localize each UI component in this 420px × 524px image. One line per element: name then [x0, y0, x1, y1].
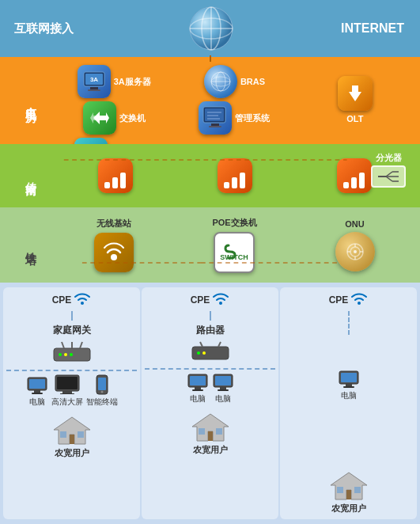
phone-label: 智能终端: [86, 397, 118, 408]
tv-1: 高清大屏: [51, 374, 83, 408]
home-user-label-3: 农宽用户: [331, 503, 366, 515]
gateway-icon: [52, 340, 92, 366]
svg-rect-79: [192, 389, 203, 391]
svg-rect-83: [218, 389, 229, 391]
h-connector-2: [145, 368, 275, 370]
svg-point-54: [70, 353, 73, 356]
cpe-wifi-icon-2: [212, 292, 229, 308]
svg-rect-8: [90, 87, 98, 89]
cpe-row-2: CPE: [191, 292, 230, 308]
olt-icon: [338, 76, 373, 111]
svg-rect-20: [209, 126, 221, 127]
internet-layer: 互联网接入: [0, 0, 420, 57]
onu-item: ONU: [335, 219, 375, 271]
computer-1: 电脑: [26, 376, 48, 408]
svg-rect-60: [57, 377, 78, 389]
device-row-1: 电脑 高清大屏: [26, 374, 118, 408]
svg-rect-87: [216, 428, 222, 435]
svg-rect-62: [60, 393, 74, 394]
tower-content: 无线基站 POE交换机 SWITCH: [55, 212, 414, 278]
router-label: 路由器: [196, 324, 225, 337]
broadcast-grid: 3A 3A服务器 BRAS: [55, 62, 414, 139]
3a-server-cell: 3A 3A服务器: [55, 65, 172, 98]
onu-icon: [335, 232, 375, 271]
svg-point-36: [111, 254, 117, 260]
cpe-row-1: CPE: [52, 292, 92, 308]
gateway-label: 家庭网关: [53, 324, 91, 337]
home-user-label-1: 农宽用户: [55, 447, 89, 459]
svg-rect-77: [190, 376, 206, 385]
switch-green-label: 交换机: [119, 112, 146, 124]
mgmt-icon: [199, 101, 232, 135]
computer-2a: 电脑: [187, 373, 209, 404]
cpe-label-2: CPE: [191, 294, 210, 306]
svg-point-40: [354, 250, 357, 253]
home-user-label-2: 农宽用户: [193, 444, 228, 456]
olt-label: OLT: [346, 114, 363, 123]
svg-text:3A: 3A: [90, 76, 98, 83]
computer-3: 电脑: [338, 370, 360, 401]
svg-rect-96: [354, 487, 361, 493]
onu-label: ONU: [345, 219, 364, 229]
computer-2b: 电脑: [212, 373, 234, 404]
device-row-2: 电脑 电脑: [187, 373, 234, 404]
cpe-wifi-icon-3: [350, 292, 368, 308]
poe-switch-icon: SWITCH: [214, 232, 255, 273]
home-col-1: CPE 家庭网关: [3, 287, 140, 519]
svg-line-29: [386, 172, 392, 177]
svg-rect-92: [343, 386, 354, 388]
svg-rect-94: [346, 490, 351, 499]
svg-point-74: [197, 351, 200, 355]
svg-rect-82: [220, 387, 226, 389]
bras-cell: BRAS: [176, 65, 293, 98]
poe-switch-item: POE交换机 SWITCH: [212, 217, 256, 273]
house-area-2: 农宽用户: [191, 411, 230, 456]
svg-point-53: [64, 353, 67, 356]
tower-layer-label: 铁塔: [6, 239, 55, 252]
bras-label: BRAS: [240, 77, 265, 86]
phone-1: 智能终端: [86, 374, 118, 408]
svg-rect-85: [208, 431, 213, 441]
svg-point-88: [358, 302, 361, 305]
svg-rect-58: [32, 393, 43, 394]
3a-server-icon: 3A: [78, 65, 111, 98]
svg-line-73: [218, 342, 221, 347]
svg-line-31: [386, 177, 392, 181]
poe-switch-label: POE交换机: [212, 217, 256, 229]
svg-text:SWITCH: SWITCH: [221, 253, 249, 261]
splitter-box: [371, 165, 406, 188]
svg-rect-57: [34, 390, 40, 393]
globe-icon: [188, 6, 234, 51]
3a-server-label: 3A服务器: [114, 76, 151, 88]
svg-point-70: [219, 302, 222, 305]
house-area-1: 农宽用户: [52, 414, 92, 459]
svg-rect-78: [195, 387, 201, 389]
svg-marker-27: [349, 85, 361, 101]
internet-layer-label: 互联网接入: [6, 17, 81, 41]
home-col-2: CPE 路由器: [142, 287, 278, 519]
computer-label-3: 电脑: [341, 390, 357, 401]
svg-line-49: [62, 342, 64, 348]
mgmt-cell: 管理系统: [176, 101, 293, 135]
svg-rect-95: [337, 487, 343, 493]
svg-point-75: [202, 351, 206, 355]
device-row-3: 电脑: [338, 370, 360, 401]
mgmt-label: 管理系统: [235, 112, 270, 124]
svg-rect-56: [29, 379, 45, 389]
cpe-label-1: CPE: [52, 294, 72, 306]
svg-rect-64: [98, 378, 106, 390]
transport-layer: 传输网 分光器: [0, 144, 420, 207]
splitter-label: 分光器: [376, 152, 402, 164]
wireless-base-label: 无线基站: [96, 218, 131, 230]
home-columns: CPE 家庭网关: [3, 287, 417, 519]
signal-icon-2: [218, 158, 252, 193]
svg-rect-9: [88, 89, 100, 91]
svg-rect-68: [60, 431, 66, 438]
svg-rect-91: [346, 384, 352, 386]
svg-point-47: [81, 302, 84, 305]
tv-label: 高清大屏: [51, 397, 83, 408]
svg-line-51: [80, 342, 82, 348]
computer-label-2a: 电脑: [190, 393, 206, 404]
svg-rect-69: [78, 431, 84, 438]
computer-label-1: 电脑: [29, 397, 45, 408]
